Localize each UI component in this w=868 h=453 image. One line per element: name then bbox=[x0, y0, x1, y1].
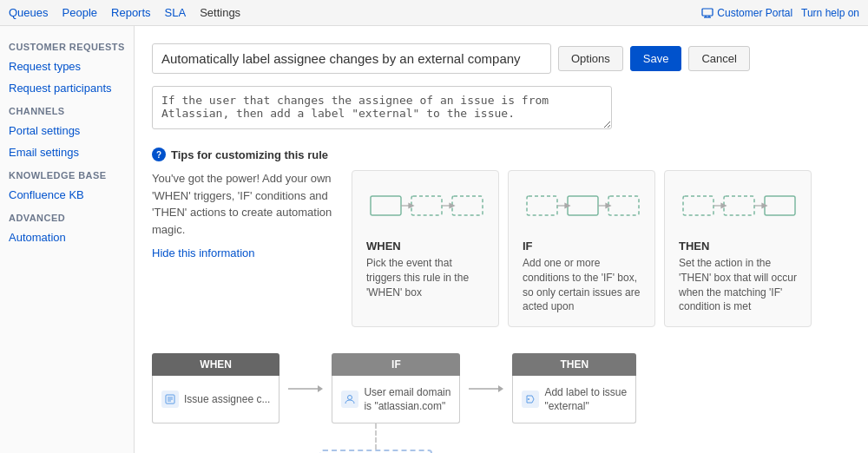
nav-right: Customer Portal Turn help on bbox=[701, 7, 859, 19]
flow-dashed-connector bbox=[375, 423, 377, 450]
then-diagram-svg bbox=[679, 183, 800, 231]
flow-then-box: THEN Add label to issue "external" bbox=[512, 353, 636, 423]
flow-if-header: IF bbox=[332, 353, 460, 376]
info-icon: ? bbox=[152, 148, 166, 161]
title-row: Options Save Cancel bbox=[152, 43, 851, 74]
diagram-card-if: IF Add one or more conditions to the 'IF… bbox=[508, 170, 655, 327]
nav-links: Queues People Reports SLA Settings bbox=[9, 6, 240, 19]
top-nav: Queues People Reports SLA Settings Custo… bbox=[0, 0, 868, 26]
svg-rect-11 bbox=[608, 196, 639, 215]
when-card-title: WHEN bbox=[366, 240, 484, 253]
flow-when-header: WHEN bbox=[152, 353, 279, 376]
tips-body: You've got the power! Add your own 'WHEN… bbox=[152, 170, 334, 238]
sidebar-section-channels: CHANNELS bbox=[0, 99, 134, 120]
svg-point-25 bbox=[348, 396, 352, 400]
label-icon bbox=[525, 394, 536, 404]
rule-title-input[interactable] bbox=[152, 43, 551, 74]
flow-when-label: Issue assignee c... bbox=[184, 393, 270, 405]
cancel-button[interactable]: Cancel bbox=[688, 46, 749, 71]
if-diagram-svg bbox=[523, 183, 644, 231]
flow-then-icon bbox=[522, 391, 539, 408]
customer-portal-button[interactable]: Customer Portal bbox=[701, 7, 792, 19]
when-card-desc: Pick the event that triggers this rule i… bbox=[366, 256, 484, 299]
diagram-cards: WHEN Pick the event that triggers this r… bbox=[352, 170, 812, 327]
turn-help-link[interactable]: Turn help on bbox=[801, 7, 859, 19]
flow-when-box: WHEN Issue assignee c... bbox=[152, 353, 279, 423]
flow-main-row: WHEN Issue assignee c... bbox=[152, 353, 636, 423]
flow-if-body: User email domain is "atlassian.com" bbox=[332, 376, 460, 423]
svg-marker-24 bbox=[318, 385, 323, 392]
nav-sla[interactable]: SLA bbox=[165, 6, 187, 19]
flow-when-body: Issue assignee c... bbox=[152, 376, 279, 423]
sidebar-item-email-settings[interactable]: Email settings bbox=[0, 141, 134, 163]
options-button[interactable]: Options bbox=[558, 46, 623, 71]
tips-section: ? Tips for customizing this rule You've … bbox=[152, 148, 851, 327]
save-button[interactable]: Save bbox=[630, 46, 682, 71]
sidebar-section-advanced: ADVANCED bbox=[0, 206, 134, 226]
tips-text-block: You've got the power! Add your own 'WHEN… bbox=[152, 170, 334, 327]
tips-header: ? Tips for customizing this rule bbox=[152, 148, 851, 161]
svg-point-28 bbox=[528, 398, 529, 400]
svg-rect-10 bbox=[568, 196, 598, 215]
then-card-title: THEN bbox=[679, 240, 797, 253]
svg-rect-5 bbox=[411, 196, 442, 215]
svg-rect-16 bbox=[765, 196, 795, 215]
svg-rect-14 bbox=[683, 196, 713, 215]
layout: CUSTOMER REQUESTS Request types Request … bbox=[0, 26, 868, 453]
flow-add-button[interactable]: + bbox=[319, 450, 432, 453]
svg-rect-0 bbox=[702, 9, 713, 16]
nav-queues[interactable]: Queues bbox=[9, 6, 49, 19]
sidebar: CUSTOMER REQUESTS Request types Request … bbox=[0, 26, 135, 453]
sidebar-item-confluence-kb[interactable]: Confluence KB bbox=[0, 184, 134, 206]
if-card-desc: Add one or more conditions to the 'IF' b… bbox=[523, 256, 641, 314]
monitor-icon bbox=[701, 8, 713, 18]
flow-if-label: User email domain is "atlassian.com" bbox=[364, 386, 450, 412]
sidebar-item-request-participants[interactable]: Request participants bbox=[0, 77, 134, 99]
nav-settings[interactable]: Settings bbox=[200, 6, 240, 19]
flow-then-label: Add label to issue "external" bbox=[544, 386, 627, 412]
then-card-desc: Set the action in the 'THEN' box that wi… bbox=[679, 256, 797, 314]
arrow-if-to-then bbox=[460, 382, 512, 396]
hide-info-link[interactable]: Hide this information bbox=[152, 246, 255, 259]
nav-people[interactable]: People bbox=[62, 6, 97, 19]
nav-reports[interactable]: Reports bbox=[111, 6, 151, 19]
flow-if-icon bbox=[341, 391, 358, 408]
diagram-card-then: THEN Set the action in the 'THEN' box th… bbox=[664, 170, 812, 327]
main-content: Options Save Cancel If the user that cha… bbox=[135, 26, 868, 453]
svg-rect-6 bbox=[452, 196, 483, 215]
sidebar-section-customer-requests: CUSTOMER REQUESTS bbox=[0, 35, 134, 56]
user-icon bbox=[345, 394, 355, 404]
sidebar-item-automation[interactable]: Automation bbox=[0, 226, 134, 248]
tips-content: You've got the power! Add your own 'WHEN… bbox=[152, 170, 851, 327]
flow-if-box: IF User email domain is "atlassian.com" bbox=[332, 353, 460, 423]
arrow-svg-2 bbox=[469, 382, 503, 396]
sidebar-item-request-types[interactable]: Request types bbox=[0, 56, 134, 77]
issue-icon bbox=[165, 394, 175, 404]
svg-rect-15 bbox=[724, 196, 754, 215]
sidebar-section-knowledge-base: KNOWLEDGE BASE bbox=[0, 163, 134, 184]
flow-then-header: THEN bbox=[512, 353, 636, 376]
svg-rect-4 bbox=[371, 196, 401, 215]
sidebar-item-portal-settings[interactable]: Portal settings bbox=[0, 120, 134, 141]
automation-flow: WHEN Issue assignee c... bbox=[152, 353, 851, 453]
tips-title: Tips for customizing this rule bbox=[171, 148, 328, 161]
arrow-svg-1 bbox=[288, 382, 323, 396]
when-diagram-svg bbox=[366, 183, 488, 231]
if-card-title: IF bbox=[523, 240, 641, 253]
arrow-when-to-if bbox=[279, 382, 332, 396]
svg-marker-27 bbox=[498, 385, 503, 392]
flow-then-body: Add label to issue "external" bbox=[512, 376, 636, 423]
svg-rect-9 bbox=[527, 196, 557, 215]
flow-when-icon bbox=[161, 391, 179, 408]
rule-description-textarea[interactable]: If the user that changes the assignee of… bbox=[152, 86, 612, 129]
diagram-card-when: WHEN Pick the event that triggers this r… bbox=[352, 170, 499, 327]
